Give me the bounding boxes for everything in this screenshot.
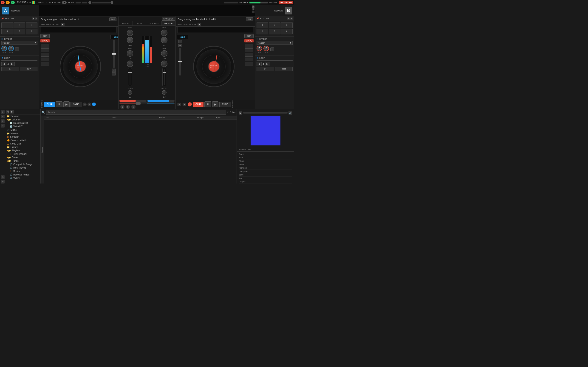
right-channel-fader[interactable]: [162, 68, 166, 86]
crossfader-handle[interactable]: [136, 102, 141, 105]
deck-b-play[interactable]: ▶: [212, 101, 218, 107]
sandbox-btn[interactable]: SANDBOX: [162, 17, 175, 21]
deck-b-plus[interactable]: +: [183, 103, 186, 106]
mixer-tab-mixer[interactable]: MIXER: [119, 21, 133, 25]
hc-right-b[interactable]: ▶: [290, 17, 293, 20]
deck-a-btn2[interactable]: [41, 48, 49, 52]
cue-btn-b-2[interactable]: 2: [269, 22, 280, 28]
deck-a-cue-btn[interactable]: CUE: [44, 102, 55, 107]
deck-a-btn3[interactable]: [41, 53, 49, 57]
deck-a-pause[interactable]: ⏸: [56, 101, 62, 107]
deck-a-play[interactable]: ▶: [63, 101, 69, 107]
tree-volumes[interactable]: ▾📁 Volumes: [5, 118, 40, 121]
loop-prev-a[interactable]: ◀: [1, 62, 6, 66]
side-icon-list[interactable]: ≡: [1, 115, 5, 118]
cue-btn-a-1[interactable]: 1: [1, 22, 13, 28]
cue-btn-a-6[interactable]: 6: [26, 29, 37, 34]
deck-a-sync[interactable]: SYNC: [70, 102, 82, 107]
cue-btn-a-2[interactable]: 2: [14, 22, 25, 28]
deck-b-key-dropdown[interactable]: ▼: [198, 23, 201, 26]
deck-b-pitch-slider[interactable]: [179, 48, 181, 75]
loop-prev-b[interactable]: ◀: [257, 62, 262, 66]
out-btn-b[interactable]: OUT: [275, 67, 293, 71]
deck-a-tap[interactable]: TAP: [109, 17, 116, 21]
cue-btn-b-3[interactable]: 3: [281, 22, 293, 28]
deck-a-vinyl[interactable]: VINYL: [40, 39, 50, 42]
effect-select-b[interactable]: Flanger ▼: [257, 41, 293, 45]
layout-dropdown[interactable]: ▼: [62, 1, 67, 4]
effect-add-b[interactable]: +: [270, 48, 274, 51]
tree-recentlyadded[interactable]: 🎵 Recently Added: [5, 173, 40, 176]
preview-play-btn[interactable]: ▶: [239, 111, 242, 115]
mixer-tab-master[interactable]: MASTER: [162, 21, 175, 25]
vu-center[interactable]: [145, 36, 149, 63]
loop-slider-b[interactable]: [257, 60, 293, 61]
tree-mac-hd[interactable]: 💿 Macintosh HD: [5, 121, 40, 125]
deck-b-slip[interactable]: SLIP: [244, 34, 254, 38]
side-icon-star[interactable]: ★: [1, 110, 5, 114]
deck-b-btn1[interactable]: [245, 44, 253, 48]
deck-b-btn2[interactable]: [245, 48, 253, 52]
deck-a-vinyl-icon[interactable]: ⊙: [83, 102, 86, 106]
deck-a-btn1[interactable]: [41, 44, 49, 48]
hc-left-a[interactable]: ◀: [32, 17, 35, 20]
col-length[interactable]: Length: [197, 117, 216, 119]
left-headphone[interactable]: 🎧: [129, 96, 131, 98]
deck-a-pitch-slider[interactable]: [113, 40, 115, 68]
str-knob-b[interactable]: [257, 46, 262, 51]
tree-crates[interactable]: ▾📁 Crates: [5, 156, 40, 159]
right-gain-knob[interactable]: [161, 37, 167, 43]
side-icon-a-minus[interactable]: A−: [1, 180, 5, 184]
tree-vdj[interactable]: 💿 Virtual DJ: [5, 125, 40, 128]
deck-b-vinyl[interactable]: VINYL: [244, 39, 254, 42]
maximize-button[interactable]: +: [11, 1, 15, 4]
tree-content-unlimited[interactable]: 🔶 ContentUnlimited: [5, 139, 40, 142]
deck-b-minus[interactable]: −: [178, 103, 181, 106]
mode-knob1[interactable]: [76, 2, 81, 3]
tree-musics[interactable]: 🎚 Musics: [5, 169, 40, 173]
deck-b-tap[interactable]: TAP: [246, 17, 253, 21]
browser-btn2[interactable]: ▶: [10, 110, 14, 114]
left-high-knob[interactable]: [127, 30, 133, 36]
deck-b-btn5[interactable]: [245, 62, 253, 66]
close-button[interactable]: ×: [1, 1, 5, 4]
cue-btn-a-5[interactable]: 5: [14, 29, 25, 34]
hc-right-a[interactable]: ▶: [35, 17, 37, 20]
left-channel-fader[interactable]: [128, 68, 132, 86]
tree-playlists[interactable]: ▾📁 Playlists: [5, 149, 40, 152]
left-gain-knob[interactable]: [127, 37, 133, 43]
mixer-tab-video[interactable]: VIDEO: [133, 21, 147, 25]
cue-btn-b-5[interactable]: 5: [269, 29, 280, 34]
cue-btn-a-4[interactable]: 4: [1, 29, 13, 34]
mixer-icon1[interactable]: ⊕: [120, 105, 124, 109]
deck-b-plus-top[interactable]: +: [178, 44, 182, 47]
tree-sampler[interactable]: 🎚 Sampler: [5, 135, 40, 139]
browser-btn1[interactable]: ◀: [6, 110, 9, 114]
effect-add-a[interactable]: +: [15, 48, 19, 51]
right-high-knob[interactable]: [161, 30, 167, 36]
deck-a-btn5[interactable]: [41, 62, 49, 66]
cue-btn-b-4[interactable]: 4: [257, 29, 268, 34]
deck-a-plus[interactable]: +: [112, 72, 116, 75]
deck-a-plus-icon[interactable]: +: [92, 102, 96, 106]
deck-b-turntable[interactable]: VIRTUALDJ: [193, 46, 234, 87]
spd-knob-a[interactable]: [8, 46, 14, 51]
crossfader-track[interactable]: [120, 102, 174, 104]
tree-itunes[interactable]: ▾📁 iTunes: [5, 159, 40, 163]
deck-b-red-dot[interactable]: [188, 102, 192, 106]
right-mid-knob[interactable]: [161, 50, 167, 57]
col-artist[interactable]: Artist: [112, 117, 159, 119]
tree-desktop[interactable]: 📁 Desktop: [5, 115, 40, 118]
out-btn-a[interactable]: OUT: [20, 67, 38, 71]
tree-history[interactable]: 📁 History: [5, 145, 40, 149]
cue-btn-b-1[interactable]: 1: [257, 22, 268, 28]
tree-movies[interactable]: 📁 Movies: [5, 132, 40, 135]
left-mid-knob[interactable]: [127, 50, 133, 57]
deck-a-turntable[interactable]: VIRTUALDJ: [60, 46, 101, 87]
loop-next-b[interactable]: ▶: [265, 62, 270, 66]
cue-btn-b-6[interactable]: 6: [281, 29, 293, 34]
left-low-knob[interactable]: [127, 60, 133, 67]
right-filter-knob[interactable]: [162, 90, 166, 95]
preview-volume[interactable]: 🔊: [288, 111, 292, 115]
col-title[interactable]: Title: [45, 117, 112, 119]
